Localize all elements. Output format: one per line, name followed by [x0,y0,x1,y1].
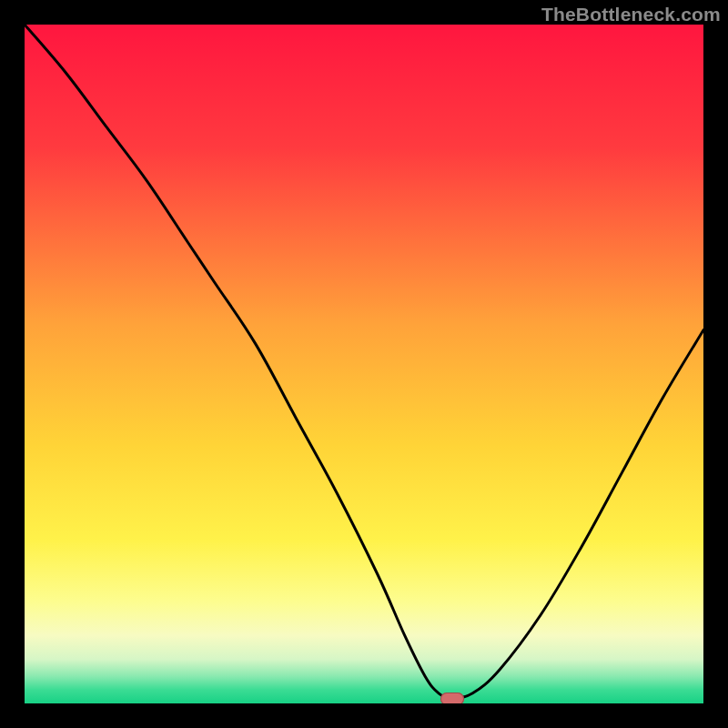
chart-frame: TheBottleneck.com [0,0,728,728]
plot-area [25,25,703,703]
optimum-marker [440,693,464,703]
bottleneck-curve [25,25,703,703]
watermark-text: TheBottleneck.com [541,4,721,25]
